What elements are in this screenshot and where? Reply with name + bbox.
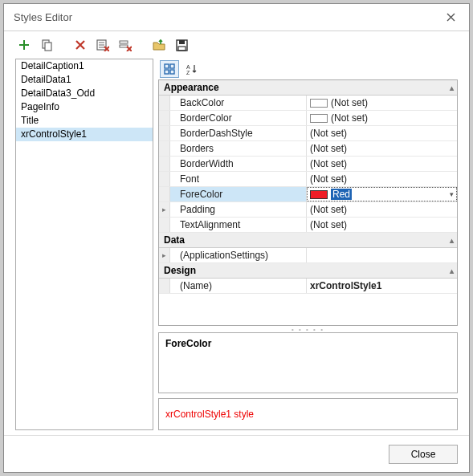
content: DetailCaption1 DetailData1 DetailData3_O… (4, 59, 469, 435)
chevron-up-icon: ▴ (450, 83, 454, 92)
prop-row-font[interactable]: Font (Not set) (159, 172, 457, 187)
property-toolbar: AZ (158, 59, 458, 79)
prop-row-backcolor[interactable]: BackColor (Not set) (159, 96, 457, 111)
category-label: Design (164, 265, 196, 276)
svg-text:A: A (186, 64, 190, 70)
prop-label: Padding (170, 202, 307, 217)
svg-rect-10 (165, 70, 169, 74)
list-item[interactable]: Title (16, 114, 153, 128)
save-icon[interactable] (173, 36, 190, 54)
svg-rect-1 (45, 43, 51, 51)
prop-label: ForeColor (170, 187, 307, 201)
category-appearance[interactable]: Appearance ▴ (159, 80, 457, 96)
prop-value[interactable] (307, 248, 457, 262)
prop-value[interactable]: (Not set) (307, 126, 457, 140)
category-data[interactable]: Data ▴ (159, 233, 457, 248)
close-icon[interactable] (438, 6, 463, 30)
open-icon[interactable] (150, 36, 168, 54)
prop-row-textalign[interactable]: TextAlignment (Not set) (159, 218, 457, 233)
svg-rect-11 (170, 70, 174, 74)
add-icon[interactable] (15, 36, 33, 54)
prop-value[interactable]: (Not set) (307, 202, 457, 217)
prop-row-bordercolor[interactable]: BorderColor (Not set) (159, 111, 457, 126)
toolbar (4, 31, 469, 59)
prop-label: Font (170, 172, 307, 186)
prop-label: (ApplicationSettings) (170, 248, 307, 262)
style-preview: xrControlStyle1 style (158, 398, 458, 430)
prop-value[interactable]: xrControlStyle1 (307, 279, 457, 293)
prop-value[interactable]: Red ▾ (307, 187, 457, 201)
prop-value[interactable]: (Not set) (307, 172, 457, 186)
prop-label: BorderWidth (170, 157, 307, 171)
category-label: Data (164, 234, 185, 246)
copy-icon[interactable] (38, 36, 55, 54)
dialog-window: Styles Editor DetailCaption1 (3, 3, 470, 473)
property-panel: AZ Appearance ▴ BackColor (Not set) Bord… (158, 59, 458, 430)
swatch-icon (310, 190, 328, 199)
delete-section-icon[interactable] (94, 36, 112, 54)
prop-row-borderdash[interactable]: BorderDashStyle (Not set) (159, 126, 457, 141)
prop-label: BorderColor (170, 111, 307, 125)
preview-text: xrControlStyle1 style (165, 409, 254, 420)
list-item[interactable]: xrControlStyle1 (16, 128, 153, 141)
prop-label: Borders (170, 141, 307, 156)
prop-value[interactable]: (Not set) (307, 96, 457, 110)
prop-value[interactable]: (Not set) (307, 157, 457, 171)
prop-row-name[interactable]: (Name) xrControlStyle1 (159, 279, 457, 294)
list-item[interactable]: PageInfo (16, 100, 153, 114)
svg-rect-7 (178, 47, 186, 51)
list-item[interactable]: DetailData3_Odd (16, 87, 153, 100)
expand-icon[interactable]: ▸ (159, 248, 170, 262)
svg-text:Z: Z (186, 70, 190, 75)
delete-all-icon[interactable] (116, 36, 134, 54)
delete-icon[interactable] (71, 36, 89, 54)
prop-value[interactable]: (Not set) (307, 141, 457, 156)
svg-rect-3 (120, 41, 128, 43)
swatch-icon (310, 99, 328, 108)
prop-label: (Name) (170, 279, 307, 293)
prop-row-padding[interactable]: ▸ Padding (Not set) (159, 202, 457, 218)
chevron-up-icon: ▴ (450, 266, 454, 275)
svg-rect-8 (165, 64, 169, 68)
swatch-icon (310, 114, 328, 123)
category-label: Appearance (164, 82, 219, 93)
category-design[interactable]: Design ▴ (159, 263, 457, 279)
description-title: ForeColor (165, 338, 451, 349)
prop-value[interactable]: (Not set) (307, 218, 457, 232)
chevron-down-icon[interactable]: ▾ (450, 190, 454, 198)
alphabetical-icon[interactable]: AZ (182, 60, 202, 78)
close-button[interactable]: Close (389, 445, 458, 464)
prop-label: BackColor (170, 96, 307, 110)
prop-label: TextAlignment (170, 218, 307, 232)
categorized-icon[interactable] (160, 60, 179, 78)
list-item[interactable]: DetailCaption1 (16, 59, 153, 73)
prop-row-borderwidth[interactable]: BorderWidth (Not set) (159, 157, 457, 172)
prop-label: BorderDashStyle (170, 126, 307, 140)
titlebar: Styles Editor (4, 4, 469, 31)
footer: Close (4, 435, 469, 472)
property-grid: Appearance ▴ BackColor (Not set) BorderC… (158, 79, 458, 326)
svg-rect-6 (179, 40, 185, 44)
expand-icon[interactable]: ▸ (159, 202, 170, 217)
description-box: ForeColor (158, 332, 458, 393)
prop-value[interactable]: (Not set) (307, 111, 457, 125)
svg-rect-9 (170, 64, 174, 68)
list-item[interactable]: DetailData1 (16, 73, 153, 87)
prop-row-forecolor[interactable]: ForeColor Red ▾ (159, 187, 457, 202)
prop-row-appsettings[interactable]: ▸ (ApplicationSettings) (159, 248, 457, 263)
chevron-up-icon: ▴ (450, 236, 454, 245)
styles-list[interactable]: DetailCaption1 DetailData1 DetailData3_O… (15, 59, 153, 430)
window-title: Styles Editor (14, 11, 438, 23)
prop-row-borders[interactable]: Borders (Not set) (159, 141, 457, 157)
splitter[interactable]: • • • • • (158, 326, 458, 332)
